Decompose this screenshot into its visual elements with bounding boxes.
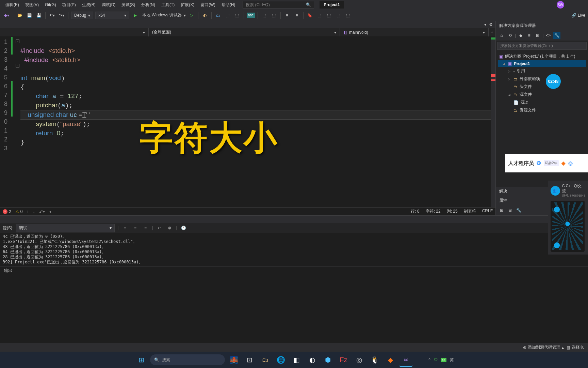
sync-icon[interactable]: ⟲ <box>506 32 514 39</box>
project-name-label[interactable]: Project1 <box>320 1 344 9</box>
debug-target-label[interactable]: 本地 Windows 调试器 <box>142 12 181 18</box>
toolbar-icon[interactable]: ⊞ <box>534 32 541 39</box>
redo-icon[interactable]: ↷▾ <box>58 12 65 19</box>
abc-icon[interactable]: abc <box>247 13 255 18</box>
app-icon[interactable]: 🐧 <box>368 353 381 367</box>
output-text[interactable]: 4c 已退出，返回值为 0 (0x0)。 1.exe"(Win32): 已加载"… <box>0 233 588 266</box>
menu-window[interactable]: 窗口(W) <box>198 1 218 9</box>
scope-split-icon[interactable]: ÷ <box>489 30 495 35</box>
scroll-left-icon[interactable]: ◂ <box>49 209 51 214</box>
select-repo-button[interactable]: ▦选择仓 <box>567 344 584 350</box>
filezilla-icon[interactable]: Fz <box>337 353 350 367</box>
menu-build[interactable]: 生成(B) <box>79 1 98 9</box>
minimize-button[interactable]: — <box>572 2 585 7</box>
app-icon[interactable]: ◐ <box>305 353 319 367</box>
start-debug-button[interactable]: ▶ <box>131 12 139 19</box>
bookmark-icon[interactable]: 🔖 <box>306 12 314 19</box>
indent-left-icon[interactable]: ≡ <box>283 12 291 19</box>
toolbar-icon-4[interactable]: ⬚ <box>233 12 241 19</box>
nav-down-icon[interactable]: ↓ <box>33 209 35 214</box>
undo-icon[interactable]: ↶▾ <box>48 12 56 19</box>
tree-project[interactable]: ◢▣Project1 <box>498 60 586 67</box>
menu-tools[interactable]: 工具(T) <box>159 1 177 9</box>
edge-icon[interactable]: 🌐 <box>274 353 288 367</box>
output-icon-2[interactable]: ≡ <box>131 224 139 232</box>
tray-chevron-icon[interactable]: ^ <box>428 358 430 362</box>
tray-shield-icon[interactable]: 🛡 <box>434 358 438 362</box>
explorer-icon[interactable]: 🗂 <box>258 353 272 367</box>
menu-edit[interactable]: 编辑(E) <box>3 1 22 9</box>
toolbar-icon-1[interactable]: ◐ <box>201 12 209 19</box>
new-project-icon[interactable]: ◆▾ <box>3 12 10 19</box>
toolbar-icon[interactable]: ≡ <box>525 32 533 39</box>
scope-function[interactable]: ◧main(void)▾ <box>340 28 489 36</box>
config-dropdown[interactable]: Debug▾ <box>71 12 93 19</box>
errors-badge[interactable]: ✕2 <box>3 209 11 214</box>
indent-right-icon[interactable]: ≡ <box>293 12 300 19</box>
menu-debug[interactable]: 调试(D) <box>99 1 118 9</box>
menu-extensions[interactable]: 扩展(X) <box>178 1 197 9</box>
status-tab[interactable]: 制表符 <box>464 209 476 214</box>
start-button[interactable]: ⊞ <box>134 353 148 367</box>
output-clear-icon[interactable]: ⊗ <box>166 224 174 232</box>
brush-icon[interactable]: 🖌▾ <box>39 209 45 214</box>
toolbar-icon-8[interactable]: ⬚ <box>325 12 333 19</box>
prop-icon-2[interactable]: ⊟ <box>506 206 514 214</box>
menu-help[interactable]: 帮助(H) <box>219 1 238 9</box>
source-control-button[interactable]: ⊕添加到源代码管理▴ <box>523 344 564 350</box>
bridge-icon[interactable]: 🌉 <box>227 353 241 367</box>
status-col[interactable]: 列: 25 <box>447 209 458 214</box>
menu-test[interactable]: 测试(S) <box>119 1 138 9</box>
tree-source-file[interactable]: 📄源.c <box>498 98 586 106</box>
taskbar-search[interactable]: 🔍搜索 <box>150 354 225 365</box>
live-share-icon[interactable]: 🔗 <box>571 13 576 18</box>
scope-global[interactable]: (全局范围)▾ <box>149 28 340 36</box>
status-eol[interactable]: CRLF <box>482 209 493 214</box>
vscode-icon[interactable]: ⬢ <box>321 353 334 367</box>
output-icon-3[interactable]: ≡ <box>142 224 149 232</box>
wrench-icon[interactable]: 🔧 <box>553 32 560 39</box>
nav-up-icon[interactable]: ↑ <box>27 209 29 214</box>
tree-external[interactable]: ▷🗀外部依赖项 <box>498 75 586 83</box>
app-icon[interactable]: ◆ <box>383 353 397 367</box>
fold-toggle[interactable]: − <box>16 40 19 43</box>
output-source-dropdown[interactable]: 调试▾ <box>16 224 115 232</box>
toolbar-icon-7[interactable]: ⬚ <box>316 12 323 19</box>
open-folder-icon[interactable]: 📂 <box>16 12 23 19</box>
save-all-icon[interactable]: 💾 <box>35 12 43 19</box>
obs-icon[interactable]: ◎ <box>352 353 366 367</box>
status-line[interactable]: 行: 8 <box>411 209 419 214</box>
output-icon-1[interactable]: ≡ <box>121 224 129 232</box>
tab-dropdown-icon[interactable]: ▾ <box>484 22 486 27</box>
live-share-label[interactable]: Live <box>578 13 585 18</box>
tree-references[interactable]: ▷▫引用 <box>498 67 586 75</box>
warnings-badge[interactable]: ⚠0 <box>15 209 23 214</box>
tree-headers[interactable]: 🗀头文件 <box>498 83 586 91</box>
solution-search[interactable]: 搜索解决方案资源管理器(Ctrl+;) <box>497 42 587 50</box>
toolbar-icon[interactable]: ◆ <box>517 32 524 39</box>
gear-icon[interactable]: ⚙ <box>489 22 493 27</box>
scope-project[interactable]: ▾ <box>0 28 149 36</box>
output-tab-label[interactable]: 输出 <box>0 266 588 275</box>
menu-analyze[interactable]: 分析(N) <box>138 1 158 9</box>
toolbar-icon-10[interactable]: ⬚ <box>344 12 352 19</box>
home-icon[interactable]: ⌂ <box>498 32 505 39</box>
global-search[interactable]: 搜索 (Ctrl+Q) 🔍 <box>243 1 314 9</box>
user-avatar[interactable]: SW <box>557 1 564 9</box>
visual-studio-icon[interactable]: ∞ <box>399 353 413 367</box>
toolbar-icon-9[interactable]: ⬚ <box>335 12 342 19</box>
start-nodbg-button[interactable]: ▷ <box>188 12 195 19</box>
app-icon[interactable]: ◧ <box>290 353 303 367</box>
output-wrap-icon[interactable]: ↩ <box>156 224 163 232</box>
prop-wrench-icon[interactable]: 🔧 <box>515 206 522 214</box>
tree-solution-root[interactable]: ▣解决方案 'Project1' (1 个项目，共 1 个) <box>498 52 586 60</box>
output-clock-icon[interactable]: 🕐 <box>180 224 187 232</box>
prop-icon-1[interactable]: ⊞ <box>498 206 505 214</box>
save-icon[interactable]: 💾 <box>26 12 33 19</box>
platform-dropdown[interactable]: x64▾ <box>95 12 129 19</box>
tree-sources[interactable]: ◢🗀源文件 <box>498 91 586 98</box>
tray-lang[interactable]: 英 <box>450 357 454 363</box>
toolbar-icon-5[interactable]: ⬚ <box>261 12 268 19</box>
menu-git[interactable]: Git(G) <box>42 1 59 9</box>
menu-project[interactable]: 项目(P) <box>60 1 79 9</box>
